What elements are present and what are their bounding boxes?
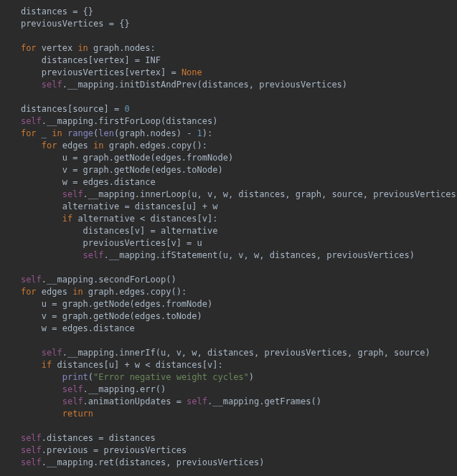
code-line: for edges in graph.edges.copy(): [0, 286, 457, 298]
code-line: if alternative < distances[v]: [0, 213, 457, 225]
code-line: w = edges.distance [0, 323, 457, 335]
code-line [0, 30, 457, 42]
code-token: None [182, 67, 202, 77]
code-token: .__mapping.innerLoop(u, v, w, distances,… [83, 189, 457, 199]
code-token: for [21, 287, 42, 297]
code-token: for [21, 128, 42, 138]
code-token: in [93, 141, 109, 151]
code-token: in [52, 128, 67, 138]
code-token: .__mapping.secondForLoop() [42, 275, 176, 285]
code-token: self [21, 457, 42, 467]
code-token: if [62, 214, 78, 224]
code-token: in [77, 43, 93, 53]
code-token: .distances = distances [42, 433, 156, 443]
code-token: vertex [42, 43, 78, 53]
code-token: .previous = previousVertices [42, 445, 187, 455]
code-line: self.previous = previousVertices [0, 444, 457, 457]
code-line: distances = {} [0, 6, 457, 18]
code-token: distances[source] = [21, 104, 125, 114]
code-token: v = graph.getNode(edges.toNode) [62, 165, 223, 175]
code-line [0, 335, 457, 347]
code-token: alternative < distances[v]: [77, 214, 217, 224]
code-token: distances[vertex] = INF [42, 55, 161, 65]
code-token: distances = {} [21, 6, 93, 16]
code-token: ): [202, 128, 212, 138]
code-token: .animationUpdates = [83, 396, 187, 406]
code-line: distances[vertex] = INF [0, 54, 457, 67]
code-token: previousVertices[vertex] = [42, 67, 182, 77]
code-token: .__mapping.ifStatement(u, v, w, distance… [104, 250, 415, 260]
code-token: "Error negative weight cycles" [93, 372, 249, 382]
code-token: in [72, 287, 88, 297]
code-token: ) [249, 372, 254, 382]
code-line: previousVertices[vertex] = None [0, 67, 457, 79]
code-token: u = graph.getNode(edges.fromNode) [42, 299, 212, 309]
code-token: self [62, 384, 83, 394]
code-token: .__mapping.initDistAndPrev(distances, pr… [62, 80, 347, 90]
code-line: print("Error negative weight cycles") [0, 371, 457, 384]
code-token: 1 [197, 128, 202, 138]
code-token: self [62, 189, 83, 199]
code-line [0, 420, 457, 432]
code-token: alternative = distances[u] + w [62, 201, 218, 211]
code-token: w = edges.distance [62, 177, 156, 187]
code-line: self.__mapping.innerLoop(u, v, w, distan… [0, 189, 457, 201]
code-token: self [83, 250, 104, 260]
code-token: previousVertices = {} [21, 19, 130, 29]
code-line: self.__mapping.innerIf(u, v, w, distance… [0, 347, 457, 359]
code-token: 0 [124, 104, 129, 114]
code-token: graph.edges.copy(): [88, 287, 187, 297]
code-token: .__mapping.err() [83, 384, 166, 394]
code-token: v = graph.getNode(edges.toNode) [42, 311, 202, 321]
code-line: self.__mapping.ifStatement(u, v, w, dist… [0, 249, 457, 262]
code-token: (graph.nodes) - [114, 128, 197, 138]
code-token: _ [42, 128, 52, 138]
code-token: self [42, 348, 62, 358]
code-line: alternative = distances[u] + w [0, 201, 457, 213]
code-token: if [42, 360, 57, 370]
code-token: graph.nodes: [93, 43, 156, 53]
code-token: self [42, 80, 62, 90]
code-token: distances[v] = alternative [83, 226, 218, 236]
code-line: previousVertices[v] = u [0, 237, 457, 249]
code-line: v = graph.getNode(edges.toNode) [0, 310, 457, 323]
code-line: self.__mapping.ret(distances, previousVe… [0, 457, 457, 469]
code-token: edges [42, 287, 72, 297]
code-line: w = edges.distance [0, 176, 457, 189]
code-token: len [98, 128, 114, 138]
code-token: edges [62, 141, 93, 151]
code-line: for _ in range(len(graph.nodes) - 1): [0, 128, 457, 140]
code-token: self [187, 396, 207, 406]
code-line [0, 91, 457, 103]
code-line: self.__mapping.firstForLoop(distances) [0, 115, 457, 128]
code-token: .__mapping.getFrames() [207, 396, 321, 406]
code-line: v = graph.getNode(edges.toNode) [0, 164, 457, 176]
code-token: .__mapping.innerIf(u, v, w, distances, p… [62, 348, 430, 358]
code-token: previousVertices[v] = u [83, 238, 202, 248]
code-token: range [67, 128, 93, 138]
code-token: u = graph.getNode(edges.fromNode) [62, 153, 233, 163]
code-token: self [21, 116, 42, 126]
code-token: graph.edges.copy(): [109, 141, 207, 151]
code-token: w = edges.distance [42, 323, 135, 333]
code-token: for [42, 141, 62, 151]
code-line: distances[source] = 0 [0, 103, 457, 115]
code-token: self [21, 433, 42, 443]
code-token: self [21, 445, 42, 455]
code-line [0, 262, 457, 274]
code-token: self [62, 396, 83, 406]
code-line: self.__mapping.initDistAndPrev(distances… [0, 79, 457, 91]
code-line: self.animationUpdates = self.__mapping.g… [0, 396, 457, 408]
code-line: for vertex in graph.nodes: [0, 42, 457, 54]
code-token: ( [88, 372, 93, 382]
code-line: if distances[u] + w < distances[v]: [0, 359, 457, 371]
code-token: distances[u] + w < distances[v]: [57, 360, 222, 370]
code-line: distances[v] = alternative [0, 225, 457, 237]
code-token: return [62, 409, 93, 419]
code-line: self.distances = distances [0, 432, 457, 444]
code-block: distances = {} previousVertices = {} for… [0, 0, 457, 469]
code-line: return [0, 408, 457, 420]
code-line: self.__mapping.err() [0, 384, 457, 396]
code-line: previousVertices = {} [0, 18, 457, 30]
code-token: print [62, 372, 88, 382]
